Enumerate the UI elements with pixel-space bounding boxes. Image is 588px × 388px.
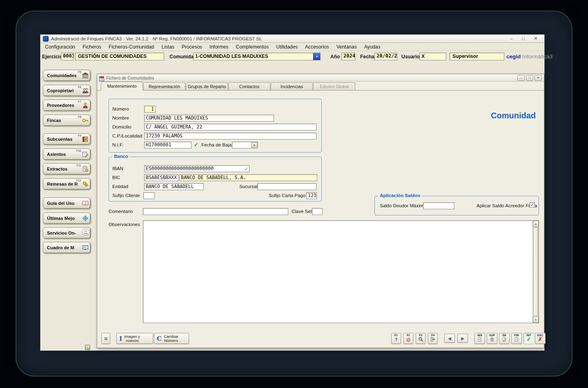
sidebar-item-label: Remesas de R <box>47 182 78 186</box>
menu-ficheros-comunidad[interactable]: Ficheros-Comunidad <box>105 43 158 51</box>
child-restore-icon[interactable]: □ <box>526 75 533 81</box>
sidebar-item-label: Proveedores <box>47 103 74 108</box>
f1-help-button[interactable]: F1 ? <box>391 333 401 344</box>
observaciones-textarea[interactable]: ▲ ▼ <box>143 220 539 323</box>
next-record-button[interactable]: ▶ <box>457 334 468 343</box>
fkey-label: F11 <box>76 164 81 167</box>
minimize-icon[interactable]: – <box>508 36 514 41</box>
menu-ayudas[interactable]: Ayudas <box>361 43 384 51</box>
sidebar-item-extractos[interactable]: Extractos F11 <box>43 163 90 174</box>
entidad-field[interactable]: BANCO DE SABADELL <box>144 183 204 190</box>
chevron-down-icon[interactable]: ▼ <box>251 142 257 148</box>
cancel-cross-icon: ✗ <box>535 337 545 342</box>
previous-record-button[interactable]: ◀ <box>444 334 455 343</box>
menu-configuracion[interactable]: Configuración <box>41 43 79 51</box>
menu-ventanas[interactable]: Ventanas <box>333 43 361 51</box>
gestion-field[interactable]: GESTIÓN DE COMUNIDADES <box>75 53 164 60</box>
mantenimiento-panel: Comunidad Número 1 Nombre COMUNIDAD LES … <box>97 91 544 348</box>
comunidad-combo[interactable]: 1-COMUNIDAD LES MADUIXES ▼ <box>193 53 321 60</box>
scrollbar-thumb[interactable] <box>533 227 538 316</box>
sidebar-item-label: Subcuentas <box>47 137 72 142</box>
fkey-label: F9 <box>78 134 81 137</box>
cp-localidad-field[interactable]: 17230 PALAMÓS <box>144 133 316 140</box>
banco-group: Banco IBAN ES0000000000000000000000 ✓ BI… <box>109 157 322 202</box>
extract-document-icon <box>82 166 89 172</box>
entries-grid-icon <box>82 151 89 157</box>
numero-field[interactable]: 1 <box>144 106 156 113</box>
comentario-field[interactable] <box>143 208 288 215</box>
tab-contactos[interactable]: Contactos <box>228 82 270 90</box>
sidebar-item-remesas[interactable]: Remesas de R F12 <box>43 178 90 189</box>
sidebar-item-servicios-online[interactable]: Servicios On- on line <box>43 227 90 238</box>
sidebar-item-proveedores[interactable]: Proveedores F7 <box>43 100 90 111</box>
chevron-down-icon[interactable]: ▼ <box>313 53 320 60</box>
numero-label: Número <box>112 106 129 111</box>
ano-field[interactable]: 2024 <box>341 53 355 60</box>
menu-listas[interactable]: Listas <box>158 43 178 51</box>
ejercicio-field[interactable]: 0003 <box>61 53 74 60</box>
f4-exit-button[interactable]: F4 <box>428 333 438 344</box>
maximize-icon[interactable]: □ <box>521 36 526 41</box>
ini-button[interactable]: INI <box>499 333 510 344</box>
sufijo-carta-field[interactable]: 123 <box>306 192 317 199</box>
menu-procesos[interactable]: Procesos <box>178 43 206 51</box>
sidebar-item-ultimas-mejoras[interactable]: Últimas Mejo <box>43 213 90 224</box>
sup-button[interactable]: SUP <box>487 333 497 344</box>
tab-grupos-reparto[interactable]: Grupos de Reparto <box>186 82 228 90</box>
menu-informes[interactable]: Informes <box>206 43 232 51</box>
sidebar-item-guia-usuario[interactable]: Guía del Usu <box>43 197 90 208</box>
sidebar-item-subcuentas[interactable]: Subcuentas F9 <box>43 133 90 144</box>
aplicar-saldo-checkbox[interactable]: ✓ <box>530 202 535 208</box>
key-icon <box>82 117 89 124</box>
f2-email-button[interactable]: F2 @ <box>403 333 413 344</box>
int-accept-button[interactable]: INT ✓ <box>523 333 534 344</box>
imagen-anexos-button[interactable]: I Imagen y Anexos <box>116 333 153 344</box>
nombre-field[interactable]: COMUNIDAD LES MADUIXES <box>144 115 274 122</box>
comunidad-combo-value: 1-COMUNIDAD LES MADUIXES <box>195 53 268 59</box>
fin-button[interactable]: FIN <box>511 333 522 344</box>
fecha-baja-combo[interactable]: ▼ <box>232 142 258 149</box>
scroll-up-icon[interactable]: ▲ <box>533 221 539 227</box>
usuario-field[interactable]: X <box>419 53 446 60</box>
clave-sel-field[interactable] <box>312 208 323 215</box>
cambiar-numero-button[interactable]: C Cambiar Número <box>154 333 189 344</box>
bic-field[interactable]: BSABESBBXXX <box>144 174 178 181</box>
options-menu-button[interactable]: ≡ <box>101 333 110 344</box>
sidebar-item-fincas[interactable]: Fincas F8 <box>43 115 90 126</box>
fecha-field[interactable]: 20/02/24 <box>374 53 397 60</box>
menu-ficheros[interactable]: Ficheros <box>79 43 105 51</box>
tab-incidencias[interactable]: Incidencias <box>271 82 313 90</box>
saldo-deudor-field[interactable] <box>423 202 454 209</box>
ins-button[interactable]: INS <box>474 333 485 344</box>
vertical-scrollbar[interactable]: ▲ ▼ <box>532 221 539 323</box>
iban-field[interactable]: ES0000000000000000000000 ✓ <box>144 165 249 172</box>
esc-cancel-button[interactable]: ESC ✗ <box>535 333 546 344</box>
cambiar-label-line2: Número <box>164 338 178 343</box>
domicilio-field[interactable]: C/ ÀNGEL GUIMERA, 22 <box>144 124 316 131</box>
menu-utilidades[interactable]: Utilidades <box>272 43 301 51</box>
sidebar-item-copropietarios[interactable]: Copropietari F6 <box>43 85 90 96</box>
observaciones-label: Observaciones <box>109 222 140 227</box>
tab-mantenimiento[interactable]: Mantenimiento <box>101 82 143 91</box>
close-icon[interactable]: ✕ <box>533 36 539 41</box>
aplicar-saldo-label: Aplicar Saldo Acreedor Finca <box>477 203 537 208</box>
child-minimize-icon[interactable]: – <box>517 75 525 81</box>
tab-representacion[interactable]: Representación <box>143 82 185 90</box>
sidebar-item-cuadro-mandos[interactable]: Cuadro de M <box>43 242 90 253</box>
nif-field[interactable]: H17000001 <box>144 142 192 149</box>
fecha-label: Fecha <box>360 54 374 60</box>
sufijo-cliente-field[interactable] <box>143 192 155 199</box>
f3-search-button[interactable]: F3 <box>416 333 425 344</box>
menu-accesorios[interactable]: Accesorios <box>301 43 333 51</box>
child-close-icon[interactable]: ✕ <box>535 75 542 81</box>
nif-label: N.I.F. <box>112 142 123 147</box>
sucursal-field[interactable] <box>257 183 316 190</box>
supervisor-field[interactable]: Supervisor <box>450 53 504 60</box>
menu-complementos[interactable]: Complementos <box>232 43 273 51</box>
sidebar-item-asientos[interactable]: Asientos F10 <box>43 149 90 160</box>
brand-logo: cegid Informàtica3 <box>506 53 552 60</box>
comunidad-label: Comunidad <box>169 54 196 60</box>
scroll-down-icon[interactable]: ▼ <box>533 317 539 323</box>
building-icon <box>82 72 89 79</box>
sidebar-item-comunidades[interactable]: Comunidades F5 <box>43 70 90 81</box>
